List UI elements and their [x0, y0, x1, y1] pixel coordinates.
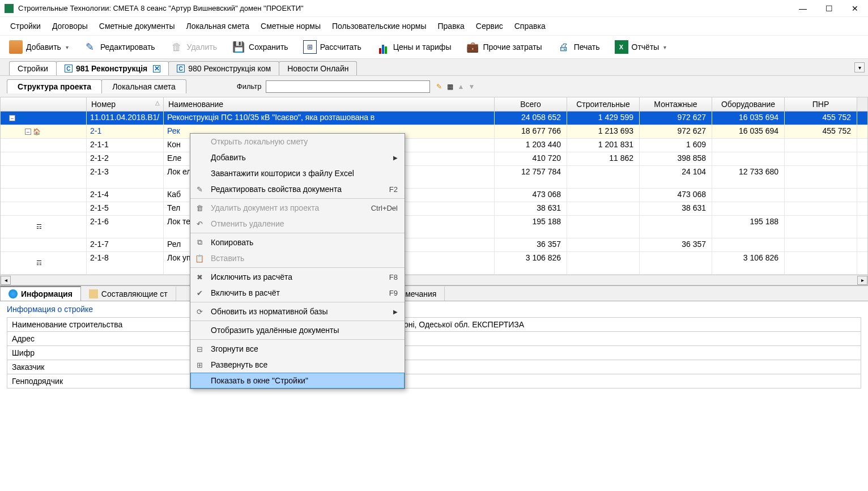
- cell-mount: 1 609: [640, 139, 712, 152]
- reports-label: Отчёты: [632, 42, 659, 52]
- table-row[interactable]: ☶2-1-8Лок упр3 106 8263 106 826: [1, 252, 867, 275]
- cell-mount: 36 357: [640, 238, 712, 251]
- prices-button[interactable]: Цены и тарифы: [374, 39, 454, 55]
- data-grid: Номер△ Наименование Всего Строительные М…: [0, 97, 868, 285]
- table-row[interactable]: 2-1-5Тел38 63138 631: [1, 202, 867, 216]
- filter-clear-icon[interactable]: ✎: [435, 82, 444, 91]
- menu-label: Развернуть все: [211, 360, 398, 369]
- table-row[interactable]: 2-1-1Кон1 203 4401 201 8311 609: [1, 139, 867, 152]
- menu-сметные документы[interactable]: Сметные документы: [93, 19, 181, 33]
- cell-pnr: [785, 139, 857, 152]
- minimize-button[interactable]: —: [790, 0, 816, 17]
- scroll-left-icon[interactable]: ◂: [1, 276, 11, 285]
- grid-header: Номер△ Наименование Всего Строительные М…: [1, 97, 867, 112]
- add-icon: [9, 40, 23, 54]
- context-item[interactable]: ⟳Обновить из нормативной базы▶: [190, 302, 405, 319]
- doc-icon: C: [65, 65, 73, 72]
- table-row[interactable]: 2-1-2Еле410 72011 862398 858: [1, 152, 867, 166]
- table-row[interactable]: 2-1-7Рел36 35736 357: [1, 238, 867, 252]
- menu-стройки[interactable]: Стройки: [5, 19, 46, 33]
- arrow-down-icon[interactable]: ▼: [467, 82, 476, 91]
- tab-local-estimate[interactable]: Локальная смета: [101, 79, 186, 93]
- tab-information[interactable]: Информация: [0, 286, 81, 301]
- bottom-tabs: Информация Составляющие ст Примечания: [0, 285, 868, 301]
- info-row: ГенподрядчикТОВ «Блок майстер Україна»: [7, 374, 861, 388]
- other-costs-label: Прочие затраты: [483, 42, 542, 52]
- header-pnr[interactable]: ПНР: [785, 97, 857, 111]
- cell-pnr: [785, 166, 857, 188]
- table-row[interactable]: –🏠2-1Рек18 677 7661 213 693972 62716 035…: [1, 125, 867, 139]
- print-button[interactable]: 🖨 Печать: [555, 39, 602, 55]
- context-item[interactable]: ✖Исключить из расчётаF8: [190, 267, 405, 285]
- menu-пользовательские нормы[interactable]: Пользовательские нормы: [326, 19, 432, 33]
- context-item[interactable]: ⊟Згорнути все: [190, 339, 405, 357]
- menu-сметные нормы[interactable]: Сметные нормы: [255, 19, 326, 33]
- menu-label: Исключить из расчёта: [211, 272, 384, 281]
- context-item[interactable]: ⊞Развернуть все: [190, 357, 405, 373]
- tab-structure[interactable]: Структура проекта: [7, 79, 102, 93]
- menu-icon: [194, 152, 205, 163]
- table-row[interactable]: ☶2-1-6Лок тел195 188195 188: [1, 216, 867, 238]
- scroll-right-icon[interactable]: ▸: [857, 276, 867, 285]
- context-item[interactable]: Отобразить удалённые документы: [190, 321, 405, 338]
- maximize-button[interactable]: ☐: [816, 0, 842, 17]
- arrow-up-icon[interactable]: ▲: [456, 82, 465, 91]
- table-row[interactable]: –C11.011.04.2018.В1/Реконструкція ПС 110…: [1, 112, 867, 125]
- save-button[interactable]: 💾 Сохранить: [229, 39, 291, 55]
- menu-договоры[interactable]: Договоры: [46, 19, 93, 33]
- table-row[interactable]: 2-1-3Лок еле12 757 78424 10412 733 680: [1, 166, 867, 189]
- edit-icon: ✎: [83, 40, 97, 54]
- toolbar: Добавить ▾ ✎ Редактировать 🗑 Удалить 💾 С…: [0, 36, 868, 59]
- menu-icon: ⊟: [194, 344, 205, 354]
- tab-components[interactable]: Составляющие ст: [81, 286, 176, 301]
- collapse-icon[interactable]: –: [9, 115, 15, 121]
- horizontal-scrollbar[interactable]: ◂ ▸: [1, 275, 867, 285]
- tab-news[interactable]: Новости Онлайн: [279, 61, 357, 75]
- tab-980[interactable]: C 980 Реконструкція ком: [168, 61, 279, 75]
- tab-stroyki[interactable]: Стройки: [9, 61, 57, 75]
- add-button[interactable]: Добавить ▾: [7, 39, 71, 55]
- tab-981[interactable]: C 981 Реконструкція ✕: [56, 61, 169, 75]
- filter-input[interactable]: [266, 80, 430, 93]
- cell-total: 410 720: [495, 152, 567, 165]
- structure-icon: ☶: [35, 223, 43, 231]
- menu-icon: [194, 325, 205, 335]
- edit-button[interactable]: ✎ Редактировать: [81, 39, 158, 55]
- caret-icon: ▾: [663, 44, 666, 50]
- info-row: Адрес: [7, 332, 861, 346]
- cell-equip: 195 188: [712, 216, 785, 238]
- color-grid-icon[interactable]: ▦: [445, 82, 454, 91]
- cell-pnr: [785, 202, 857, 215]
- tabs-dropdown[interactable]: ▾: [854, 62, 865, 72]
- reports-button[interactable]: X Отчёты ▾: [612, 39, 669, 55]
- menu-справка[interactable]: Справка: [509, 19, 551, 33]
- header-number[interactable]: Номер△: [87, 97, 164, 111]
- menu-label: Завантажити кошториси з файлу Excel: [211, 169, 398, 178]
- context-item[interactable]: Добавить▶: [190, 150, 405, 165]
- context-item[interactable]: ✔Включить в расчётF9: [190, 285, 405, 301]
- cell-equip: [712, 189, 785, 202]
- context-item[interactable]: ✎Редактировать свойства документаF2: [190, 181, 405, 197]
- close-button[interactable]: ✕: [842, 0, 868, 17]
- delete-icon: 🗑: [170, 40, 184, 54]
- header-name[interactable]: Наименование: [164, 97, 495, 111]
- menu-сервис[interactable]: Сервис: [470, 19, 509, 33]
- doc-icon: C: [17, 114, 25, 122]
- menu-локальная смета[interactable]: Локальная смета: [180, 19, 255, 33]
- header-mounting[interactable]: Монтажные: [640, 97, 712, 111]
- header-construction[interactable]: Строительные: [567, 97, 640, 111]
- cell-total: 18 677 766: [495, 125, 567, 138]
- context-item[interactable]: ⧉Копировать: [190, 233, 405, 250]
- other-costs-button[interactable]: 💼 Прочие затраты: [463, 39, 544, 55]
- header-total[interactable]: Всего: [495, 97, 567, 111]
- shortcut: F8: [389, 273, 398, 281]
- close-icon[interactable]: ✕: [153, 65, 160, 72]
- collapse-icon[interactable]: –: [25, 129, 31, 135]
- menu-правка[interactable]: Правка: [432, 19, 470, 33]
- table-row[interactable]: 2-1-4Каб473 068473 068: [1, 189, 867, 202]
- context-item[interactable]: Завантажити кошториси з файлу Excel: [190, 165, 405, 181]
- context-item[interactable]: Показать в окне "Стройки": [190, 373, 405, 388]
- doc-icon: C: [177, 65, 185, 72]
- calculate-button[interactable]: ⊞ Рассчитать: [301, 39, 364, 55]
- header-equipment[interactable]: Оборудование: [712, 97, 785, 111]
